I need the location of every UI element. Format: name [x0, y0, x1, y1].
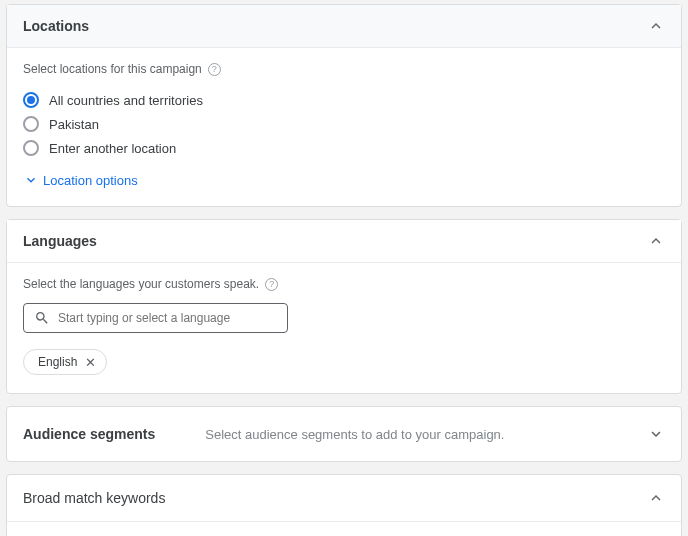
- broadmatch-title: Broad match keywords: [23, 490, 165, 506]
- radio-icon: [23, 92, 39, 108]
- chevron-up-icon: [647, 232, 665, 250]
- chevron-up-icon: [647, 17, 665, 35]
- broadmatch-header[interactable]: Broad match keywords: [7, 475, 681, 522]
- location-option-label: Pakistan: [49, 117, 99, 132]
- language-input-container[interactable]: [23, 303, 288, 333]
- language-input[interactable]: [58, 311, 277, 325]
- location-options-toggle[interactable]: Location options: [23, 172, 665, 188]
- location-option-all[interactable]: All countries and territories: [23, 88, 665, 112]
- languages-header[interactable]: Languages: [7, 220, 681, 263]
- languages-body: Select the languages your customers spea…: [7, 263, 681, 393]
- radio-icon: [23, 116, 39, 132]
- languages-title: Languages: [23, 233, 97, 249]
- locations-title: Locations: [23, 18, 89, 34]
- audience-header[interactable]: Audience segments Select audience segmen…: [7, 407, 681, 461]
- location-option-label: Enter another location: [49, 141, 176, 156]
- chevron-down-icon: [23, 172, 39, 188]
- chip-label: English: [38, 355, 77, 369]
- location-option-pakistan[interactable]: Pakistan: [23, 112, 665, 136]
- languages-subtitle: Select the languages your customers spea…: [23, 277, 259, 291]
- audience-subtitle: Select audience segments to add to your …: [205, 427, 647, 442]
- chevron-up-icon: [647, 489, 665, 507]
- location-option-label: All countries and territories: [49, 93, 203, 108]
- location-options-label: Location options: [43, 173, 138, 188]
- help-icon[interactable]: ?: [208, 63, 221, 76]
- languages-card: Languages Select the languages your cust…: [6, 219, 682, 394]
- radio-icon: [23, 140, 39, 156]
- location-option-other[interactable]: Enter another location: [23, 136, 665, 160]
- language-chip-english[interactable]: English ✕: [23, 349, 107, 375]
- chevron-down-icon: [647, 425, 665, 443]
- broadmatch-card: Broad match keywords Broad match keyword…: [6, 474, 682, 536]
- audience-card: Audience segments Select audience segmen…: [6, 406, 682, 462]
- locations-body: Select locations for this campaign ? All…: [7, 48, 681, 206]
- locations-subtitle: Select locations for this campaign: [23, 62, 202, 76]
- locations-card: Locations Select locations for this camp…: [6, 4, 682, 207]
- search-icon: [34, 310, 50, 326]
- locations-header[interactable]: Locations: [7, 5, 681, 48]
- help-icon[interactable]: ?: [265, 278, 278, 291]
- broadmatch-body: Broad match keywords work with Smart Bid…: [7, 522, 681, 536]
- audience-title: Audience segments: [23, 426, 155, 442]
- close-icon[interactable]: ✕: [85, 356, 96, 369]
